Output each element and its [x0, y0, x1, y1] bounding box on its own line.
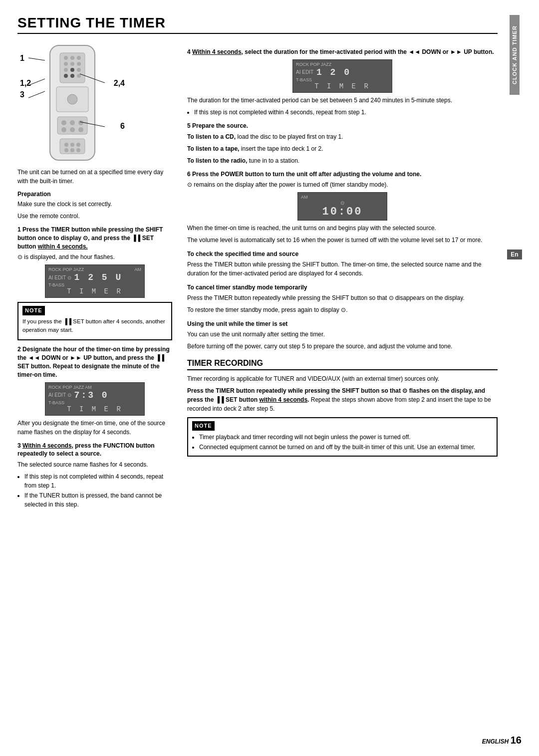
note2-bullet2: Connected equipment cannot be turned on …: [199, 443, 493, 452]
note-box-1: NOTE If you press the ▐▐ SET button afte…: [17, 302, 172, 340]
remote-control-image: [32, 43, 112, 163]
timer-rec-heading: TIMER RECORDING: [187, 359, 498, 370]
note2-bullet1: Timer playback and timer recording will …: [199, 433, 493, 442]
step1-text: Press the TIMER button while pressing th…: [17, 226, 163, 250]
svg-point-25: [70, 143, 74, 147]
svg-point-22: [78, 127, 83, 132]
remote-labels-container: 1 1,2 3 2,4 6: [17, 43, 127, 163]
display1-aiedit: AI EDIT ⊙: [48, 275, 71, 280]
step3-body1: The selected source name flashes for 4 s…: [17, 460, 172, 469]
step5-heading: 5 Prepare the source.: [187, 122, 498, 130]
timer-on-body1: When the timer-on time is reached, the u…: [187, 224, 498, 233]
step5-radio: To listen to the radio, tune in to a sta…: [187, 156, 498, 165]
step3-heading: 3 Within 4 seconds, press the FUNCTION b…: [17, 442, 172, 459]
step4-heading: 4 Within 4 seconds, select the duration …: [187, 48, 498, 56]
display2-timer: T I M E R: [48, 405, 141, 413]
svg-point-6: [70, 62, 74, 66]
step3-bullets: If this step is not completed within 4 s…: [24, 472, 172, 509]
display1-sym: AM: [135, 267, 142, 272]
label-24: 2,4: [114, 79, 125, 88]
display1-label-rock: ROCK POP JAZZ: [48, 267, 84, 272]
note2-bullets: Timer playback and timer recording will …: [199, 433, 493, 452]
display3-timer: T I M E R: [296, 82, 389, 90]
label-6: 6: [120, 122, 125, 131]
label-12: 1,2: [20, 79, 31, 88]
use-remote-text: Use the remote control.: [17, 212, 172, 221]
cancel-title: To cancel timer standby mode temporarily: [187, 283, 498, 292]
svg-point-17: [61, 120, 66, 125]
display3-tbass: T-BASS: [296, 77, 312, 82]
svg-point-11: [64, 74, 68, 78]
step3-bullet1: If this step is not completed within 4 s…: [24, 472, 172, 490]
svg-point-26: [76, 143, 80, 147]
check-body: Press the TIMER button while pressing th…: [187, 260, 498, 278]
step2-heading: 2 Designate the hour of the timer-on tim…: [17, 345, 172, 379]
display4-am: AM: [301, 195, 308, 200]
side-tab: CLOCK AND TIMER En: [508, 15, 522, 510]
svg-point-7: [77, 62, 81, 66]
svg-point-13: [77, 74, 81, 78]
preparation-title: Preparation: [17, 190, 172, 199]
note2-title: NOTE: [192, 421, 215, 431]
page-number: 16: [511, 735, 522, 746]
display3-aiedit: AI EDIT: [296, 69, 313, 75]
svg-point-20: [61, 127, 66, 132]
svg-point-18: [70, 120, 75, 125]
side-tab-label: CLOCK AND TIMER: [510, 15, 520, 95]
svg-point-3: [70, 56, 74, 60]
svg-point-28: [70, 148, 74, 152]
cancel-body2: To restore the timer standby mode, press…: [187, 305, 498, 314]
display1-tbass: T-BASS: [48, 282, 64, 287]
note1-body: If you press the ▐▐ SET button after 4 s…: [22, 317, 167, 335]
svg-point-24: [64, 143, 68, 147]
display4-sym: ⊙: [340, 200, 344, 206]
step4-bullets: If this step is not completed within 4 s…: [194, 108, 498, 117]
step6-body1: ⊙ remains on the display after the power…: [187, 180, 498, 189]
svg-point-5: [64, 62, 68, 66]
svg-point-12: [70, 74, 74, 78]
cancel-body1: Press the TIMER button repeatedly while …: [187, 293, 498, 302]
using-body2: Before turning off the power, carry out …: [187, 342, 498, 351]
display4-time: 10:00: [301, 206, 384, 218]
step1-body: ⊙ is displayed, and the hour flashes.: [17, 252, 172, 261]
svg-point-27: [64, 148, 68, 152]
display1-time: 1 2 5 U: [74, 272, 123, 282]
svg-point-29: [76, 148, 80, 152]
display-box-4: AM ⊙ 10:00: [297, 192, 387, 221]
display2-time: 7:3 0: [74, 390, 109, 400]
svg-point-21: [70, 127, 75, 132]
step2-after: After you designate the timer-on time, o…: [17, 419, 172, 437]
display2-tbass: T-BASS: [48, 400, 64, 405]
display2-aiedit: AI EDIT ⊙: [48, 392, 71, 398]
left-column: 1 1,2 3 2,4 6: [17, 43, 172, 510]
step4-body1: The duration for the timer-activated per…: [187, 96, 498, 105]
using-body1: You can use the unit normally after sett…: [187, 330, 498, 339]
label-1: 1: [20, 54, 24, 63]
svg-point-10: [77, 68, 81, 72]
svg-point-9: [70, 68, 74, 72]
display2-label: ROCK POP JAZZ AM: [48, 385, 92, 390]
english-label: ENGLISH: [482, 738, 509, 745]
check-title: To check the specified time and source: [187, 250, 498, 258]
display-box-3: ROCK POP JAZZ AI EDIT 1 2 0 T-BASS T I M…: [292, 59, 392, 93]
step4-bullet1: If this step is not completed within 4 s…: [194, 108, 498, 117]
svg-point-8: [64, 68, 68, 72]
svg-point-19: [78, 120, 83, 125]
page-title: SETTING THE TIMER: [17, 15, 498, 34]
svg-point-15: [67, 94, 77, 104]
timer-rec-body1: Timer recording is applicable for TUNER …: [187, 374, 498, 383]
step1-num: 1: [17, 226, 22, 233]
display1-timer: T I M E R: [48, 287, 141, 295]
label-3: 3: [20, 90, 24, 99]
step5-tape: To listen to a tape, insert the tape int…: [187, 144, 498, 153]
step1-heading: 1 Press the TIMER button while pressing …: [17, 226, 172, 251]
timer-on-body2: The volume level is automatically set to…: [187, 236, 498, 245]
display3-time: 1 2 0: [316, 67, 351, 77]
timer-rec-bold: Press the TIMER button repeatedly while …: [187, 386, 498, 413]
display3-label: ROCK POP JAZZ: [296, 62, 331, 67]
note1-title: NOTE: [22, 306, 45, 315]
note-box-2: NOTE Timer playback and timer recording …: [187, 417, 498, 457]
step6-heading: 6 Press the POWER button to turn the uni…: [187, 170, 498, 179]
en-badge: En: [507, 250, 522, 259]
preparation-text: Make sure the clock is set correctly.: [17, 200, 172, 209]
